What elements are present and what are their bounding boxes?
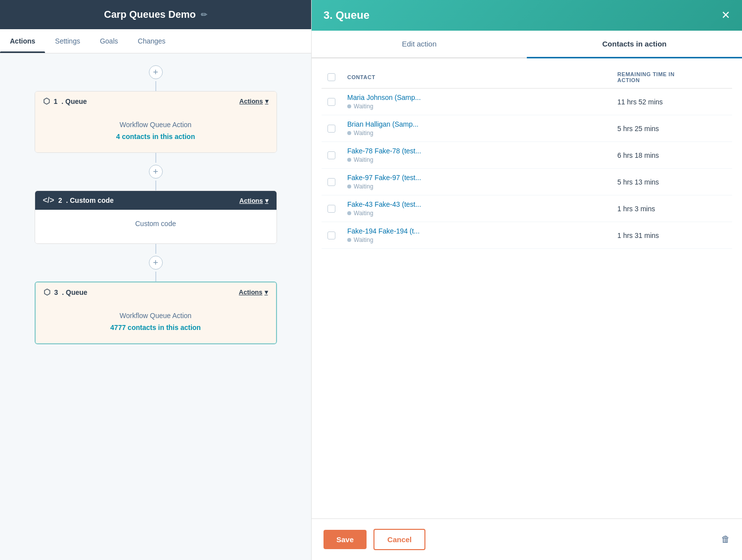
cancel-button[interactable]: Cancel [373, 529, 425, 550]
actions-dropdown-3[interactable]: Actions ▾ [239, 288, 268, 296]
connector-line-5 [155, 272, 156, 281]
contact-info-2: Fake-78 Fake-78 (test... Waiting [347, 147, 617, 163]
contact-name-5[interactable]: Fake-194 Fake-194 (t... [347, 227, 617, 235]
contact-status-0: Waiting [347, 103, 617, 110]
connector-line-2 [155, 153, 156, 163]
contact-info-1: Brian Halligan (Samp... Waiting [347, 120, 617, 137]
contact-info-3: Fake-97 Fake-97 (test... Waiting [347, 174, 617, 190]
right-panel: 3. Queue ✕ Edit action Contacts in actio… [312, 0, 742, 560]
card-header-2: </> 2. Custom code Actions ▾ [35, 191, 277, 210]
remaining-time-3: 5 hrs 13 mins [617, 178, 726, 186]
card-body-3: Workflow Queue Action 4777 contacts in t… [36, 302, 276, 343]
card-header-left-1: ⬡ 1. Queue [43, 96, 87, 106]
actions-dropdown-2[interactable]: Actions ▾ [239, 197, 269, 204]
right-panel-title: 3. Queue [324, 9, 370, 22]
card-number-2: 2 [58, 196, 62, 204]
status-label-4: Waiting [354, 210, 373, 217]
save-button[interactable]: Save [324, 530, 367, 549]
select-all-checkbox[interactable] [327, 73, 347, 81]
card-body-1: Workflow Queue Action 4 contacts in this… [35, 111, 277, 152]
tab-actions[interactable]: Actions [0, 29, 45, 53]
col-time-header: REMAINING TIME INACTION [617, 71, 726, 83]
contact-info-5: Fake-194 Fake-194 (t... Waiting [347, 227, 617, 243]
add-button-mid[interactable]: + [149, 165, 163, 179]
actions-chevron-1: ▾ [265, 97, 269, 105]
status-dot-2 [347, 158, 351, 162]
table-row: Fake-97 Fake-97 (test... Waiting 5 hrs 1… [322, 169, 732, 195]
table-row: Fake-43 Fake-43 (test... Waiting 1 hrs 3… [322, 195, 732, 222]
left-panel: Carp Queues Demo ✏ Actions Settings Goal… [0, 0, 312, 560]
status-dot-1 [347, 131, 351, 135]
row-checkbox-0[interactable] [327, 98, 335, 106]
table-row: Fake-194 Fake-194 (t... Waiting 1 hrs 31… [322, 222, 732, 249]
queue-icon-3: ⬡ [44, 287, 50, 297]
tab-goals[interactable]: Goals [90, 29, 128, 53]
status-label-3: Waiting [354, 183, 373, 190]
tab-changes[interactable]: Changes [128, 29, 176, 53]
card-body-label-3: Workflow Queue Action [44, 312, 268, 320]
actions-label-1: Actions [239, 97, 263, 105]
status-dot-3 [347, 185, 351, 188]
workflow-node-2: </> 2. Custom code Actions ▾ Custom code [35, 190, 277, 244]
row-checkbox-4[interactable] [327, 205, 335, 213]
col-contact-header: CONTACT [347, 74, 617, 80]
card-title-1: 1 [54, 97, 58, 105]
app-title: Carp Queues Demo [104, 9, 196, 20]
workflow-node-1: ⬡ 1. Queue Actions ▾ Workflow Queue Acti… [35, 91, 277, 153]
contact-name-4[interactable]: Fake-43 Fake-43 (test... [347, 200, 617, 208]
left-tabs: Actions Settings Goals Changes [0, 29, 311, 53]
tab-contacts-in-action[interactable]: Contacts in action [527, 31, 742, 58]
card-body-label-2: Custom code [43, 220, 269, 228]
contact-name-3[interactable]: Fake-97 Fake-97 (test... [347, 174, 617, 182]
row-checkbox-1[interactable] [327, 125, 335, 133]
card-header-1: ⬡ 1. Queue Actions ▾ [35, 92, 277, 111]
contact-status-4: Waiting [347, 210, 617, 217]
remaining-time-5: 1 hrs 31 mins [617, 232, 726, 239]
actions-chevron-3: ▾ [265, 288, 268, 296]
contact-name-2[interactable]: Fake-78 Fake-78 (test... [347, 147, 617, 155]
contact-status-1: Waiting [347, 130, 617, 137]
queue-icon-1: ⬡ [43, 96, 50, 106]
actions-chevron-2: ▾ [265, 197, 269, 204]
left-header: Carp Queues Demo ✏ [0, 0, 311, 29]
contact-status-3: Waiting [347, 183, 617, 190]
add-button-lower[interactable]: + [149, 256, 163, 270]
contact-info-4: Fake-43 Fake-43 (test... Waiting [347, 200, 617, 217]
card-body-link-1[interactable]: 4 contacts in this action [43, 133, 269, 140]
workflow-node-3: ⬡ 3. Queue Actions ▾ Workflow Queue Acti… [35, 281, 277, 344]
remaining-time-2: 6 hrs 18 mins [617, 151, 726, 159]
table-row: Brian Halligan (Samp... Waiting 5 hrs 25… [322, 115, 732, 142]
add-button-top[interactable]: + [149, 65, 163, 79]
right-footer: Save Cancel 🗑 [312, 518, 742, 560]
card-header-left-3: ⬡ 3. Queue [44, 287, 88, 297]
contact-status-5: Waiting [347, 236, 617, 243]
status-dot-4 [347, 211, 351, 215]
close-button[interactable]: ✕ [721, 10, 730, 21]
connector-line-4 [155, 244, 156, 254]
row-checkbox-5[interactable] [327, 232, 335, 239]
actions-dropdown-1[interactable]: Actions ▾ [239, 97, 269, 105]
remaining-time-0: 11 hrs 52 mins [617, 98, 726, 106]
contact-info-0: Maria Johnson (Samp... Waiting [347, 93, 617, 110]
contact-status-2: Waiting [347, 156, 617, 163]
status-dot-5 [347, 238, 351, 242]
right-tabs: Edit action Contacts in action [312, 31, 742, 58]
card-name-2: . Custom code [66, 196, 113, 204]
edit-icon[interactable]: ✏ [201, 10, 207, 19]
card-body-link-3[interactable]: 4777 contacts in this action [44, 324, 268, 331]
card-header-3: ⬡ 3. Queue Actions ▾ [36, 282, 276, 302]
row-checkbox-3[interactable] [327, 178, 335, 186]
delete-icon[interactable]: 🗑 [721, 534, 730, 545]
tab-settings[interactable]: Settings [45, 29, 90, 53]
status-dot-0 [347, 104, 351, 108]
contact-name-1[interactable]: Brian Halligan (Samp... [347, 120, 617, 128]
row-checkbox-2[interactable] [327, 151, 335, 159]
tab-edit-action[interactable]: Edit action [312, 31, 527, 57]
remaining-time-4: 1 hrs 3 mins [617, 205, 726, 213]
status-label-5: Waiting [354, 236, 373, 243]
status-label-2: Waiting [354, 156, 373, 163]
right-header: 3. Queue ✕ [312, 0, 742, 31]
card-header-left-2: </> 2. Custom code [43, 196, 114, 205]
workflow-canvas: + ⬡ 1. Queue Actions ▾ Workflow Queue Ac… [0, 53, 311, 560]
contact-name-0[interactable]: Maria Johnson (Samp... [347, 93, 617, 101]
